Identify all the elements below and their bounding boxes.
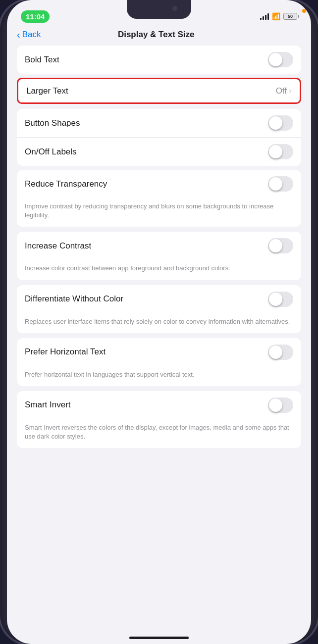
larger-text-chevron-icon: › — [289, 86, 292, 96]
on-off-labels-toggle[interactable] — [268, 144, 293, 159]
status-time: 11:04 — [21, 10, 50, 23]
phone-frame: 11:04 📶 50 ‹ Back Display & Text Si — [0, 0, 318, 644]
larger-text-label: Larger Text — [26, 86, 68, 96]
prefer-horizontal-text-row[interactable]: Prefer Horizontal Text — [17, 338, 301, 366]
back-chevron-icon: ‹ — [17, 30, 20, 40]
camera — [172, 6, 177, 11]
button-shapes-label: Button Shapes — [25, 118, 80, 128]
bold-text-row[interactable]: Bold Text — [17, 46, 301, 74]
nav-bar: ‹ Back Display & Text Size — [7, 26, 311, 46]
settings-content: Bold Text Larger Text Off › Button Shape… — [7, 46, 311, 453]
differentiate-without-color-row[interactable]: Differentiate Without Color — [17, 285, 301, 313]
home-indicator — [129, 637, 189, 639]
prefer-horizontal-text-label: Prefer Horizontal Text — [25, 347, 106, 357]
battery-icon: 50 — [283, 13, 297, 20]
bold-text-group: Bold Text — [17, 46, 301, 74]
reduce-transparency-toggle[interactable] — [268, 176, 293, 192]
reduce-transparency-card: Reduce Transparency Improve contrast by … — [17, 170, 301, 227]
increase-contrast-card: Increase Contrast Increase color contras… — [17, 232, 301, 280]
smart-invert-row[interactable]: Smart Invert — [17, 391, 301, 419]
back-button[interactable]: ‹ Back — [17, 30, 41, 40]
increase-contrast-row[interactable]: Increase Contrast — [17, 232, 301, 260]
page-title: Display & Text Size — [41, 30, 271, 40]
larger-text-value: Off › — [276, 86, 292, 96]
increase-contrast-description: Increase color contrast between app fore… — [17, 260, 301, 280]
button-shapes-row[interactable]: Button Shapes — [17, 109, 301, 138]
increase-contrast-label: Increase Contrast — [25, 241, 91, 251]
button-shapes-toggle[interactable] — [268, 115, 293, 131]
smart-invert-label: Smart Invert — [25, 400, 71, 410]
smart-invert-description: Smart Invert reverses the colors of the … — [17, 419, 301, 448]
wifi-icon: 📶 — [272, 12, 280, 20]
reduce-transparency-row[interactable]: Reduce Transparency — [17, 170, 301, 198]
phone-screen: 11:04 📶 50 ‹ Back Display & Text Si — [7, 0, 311, 644]
larger-text-off: Off — [276, 86, 287, 96]
prefer-horizontal-text-card: Prefer Horizontal Text Prefer horizontal… — [17, 338, 301, 386]
increase-contrast-toggle[interactable] — [268, 238, 293, 253]
reduce-transparency-label: Reduce Transparency — [25, 179, 107, 189]
smart-invert-card: Smart Invert Smart Invert reverses the c… — [17, 391, 301, 448]
larger-text-row[interactable]: Larger Text Off › — [17, 78, 301, 104]
prefer-horizontal-text-description: Prefer horizontal text in languages that… — [17, 366, 301, 386]
differentiate-without-color-card: Differentiate Without Color Replaces use… — [17, 285, 301, 333]
reduce-transparency-description: Improve contrast by reducing transparenc… — [17, 198, 301, 227]
bold-text-label: Bold Text — [25, 55, 59, 65]
prefer-horizontal-text-toggle[interactable] — [268, 345, 293, 360]
orange-indicator — [302, 9, 306, 13]
notch — [127, 0, 191, 19]
differentiate-without-color-description: Replaces user interface items that rely … — [17, 313, 301, 333]
signal-icon — [260, 13, 269, 20]
differentiate-without-color-label: Differentiate Without Color — [25, 294, 123, 304]
back-label: Back — [22, 30, 41, 40]
status-icons: 📶 50 — [260, 12, 297, 20]
smart-invert-toggle[interactable] — [268, 397, 293, 413]
on-off-labels-row[interactable]: On/Off Labels — [17, 138, 301, 166]
shapes-labels-group: Button Shapes On/Off Labels — [17, 109, 301, 166]
bold-text-toggle[interactable] — [268, 52, 293, 67]
on-off-labels-label: On/Off Labels — [25, 147, 77, 157]
differentiate-without-color-toggle[interactable] — [268, 292, 293, 307]
